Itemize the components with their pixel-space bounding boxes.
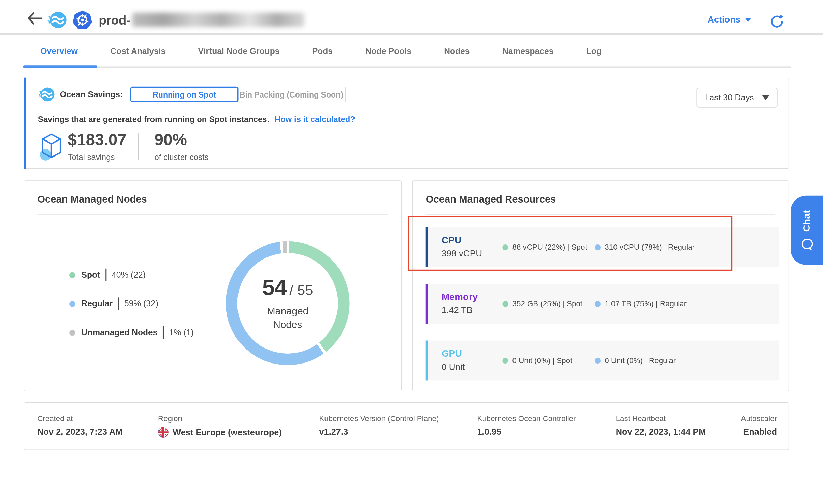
savings-toggle-group: Running on Spot Bin Packing (Coming Soon…	[130, 87, 346, 102]
legend-item-spot: Spot 40% (22)	[69, 268, 194, 282]
regular-dot	[595, 357, 601, 363]
regular-dot	[595, 244, 601, 250]
info-value: Enabled	[743, 427, 777, 437]
resource-quantity: 1.42 TB	[442, 304, 502, 317]
info-value-text: West Europe (westeurope)	[173, 427, 282, 437]
period-dropdown[interactable]: Last 30 Days	[697, 88, 778, 107]
legend-dot-unmanaged	[69, 330, 75, 336]
managed-count: 54	[262, 275, 287, 300]
spot-dot	[502, 244, 508, 250]
total-savings-value: $183.07	[68, 131, 126, 149]
running-on-spot-toggle[interactable]: Running on Spot	[130, 87, 239, 102]
chat-button[interactable]: Chat	[791, 196, 823, 265]
ocean-savings-panel: Ocean Savings: Running on Spot Bin Packi…	[24, 78, 789, 169]
managed-nodes-title: Ocean Managed Nodes	[37, 194, 147, 205]
resource-row-gpu: GPU 0 Unit 0 Unit (0%) | Spot 0 Unit (0%…	[426, 340, 779, 380]
info-label: Last Heartbeat	[616, 414, 666, 423]
legend-name: Unmanaged Nodes	[81, 328, 157, 338]
total-savings-label: Total savings	[68, 153, 126, 162]
period-dropdown-value: Last 30 Days	[705, 93, 754, 102]
tab-overview[interactable]: Overview	[40, 46, 77, 56]
panel-divider	[426, 214, 776, 215]
resource-name: Memory	[442, 291, 502, 303]
stat-text: 352 GB (25%) | Spot	[512, 299, 582, 308]
savings-percent-label: of cluster costs	[154, 153, 208, 162]
tab-namespaces[interactable]: Namespaces	[502, 46, 554, 56]
info-value: v1.27.3	[319, 427, 348, 437]
cluster-info-bar: Created at Nov 2, 2023, 7:23 AM Region W…	[24, 402, 789, 450]
bin-packing-toggle[interactable]: Bin Packing (Coming Soon)	[237, 87, 346, 102]
nodes-legend: Spot 40% (22) Regular 59% (32) Unmanaged…	[69, 268, 194, 355]
active-tab-underline	[23, 65, 97, 68]
cluster-title: prod-	[99, 13, 130, 28]
legend-dot-regular	[69, 301, 75, 307]
resource-quantity: 398 vCPU	[442, 247, 502, 260]
resource-stat-regular: 0 Unit (0%) | Regular	[595, 356, 676, 365]
tabbar-border	[23, 66, 791, 68]
managed-nodes-panel: Ocean Managed Nodes Spot 40% (22) Regula…	[24, 180, 402, 391]
stat-text: 0 Unit (0%) | Regular	[605, 356, 676, 365]
info-label: Created at	[37, 414, 73, 423]
tab-virtual-node-groups[interactable]: Virtual Node Groups	[198, 46, 280, 56]
chat-bubble-icon	[800, 238, 813, 251]
resource-stat-spot: 0 Unit (0%) | Spot	[502, 356, 595, 365]
spot-dot	[502, 301, 508, 307]
tab-log[interactable]: Log	[586, 46, 602, 56]
info-value: 1.0.95	[477, 427, 501, 437]
chevron-down-icon	[762, 95, 769, 100]
info-value: Nov 2, 2023, 7:23 AM	[37, 427, 122, 437]
resource-stat-spot: 88 vCPU (22%) | Spot	[502, 243, 595, 251]
legend-dot-spot	[69, 272, 75, 278]
tab-node-pools[interactable]: Node Pools	[365, 46, 411, 56]
tab-cost-analysis[interactable]: Cost Analysis	[110, 46, 165, 56]
resource-stat-regular: 1.07 TB (75%) | Regular	[595, 299, 687, 308]
savings-cube-icon	[39, 132, 63, 162]
stat-text: 88 vCPU (22%) | Spot	[512, 243, 587, 251]
info-label: Kubernetes Version (Control Plane)	[319, 414, 439, 423]
managed-total: / 55	[289, 282, 313, 299]
actions-label: Actions	[708, 15, 740, 25]
header: prod- Actions	[0, 0, 823, 35]
legend-value: 40% (22)	[112, 270, 146, 280]
back-button[interactable]	[26, 11, 43, 26]
legend-item-unmanaged: Unmanaged Nodes 1% (1)	[69, 326, 194, 339]
resource-row-memory: Memory 1.42 TB 352 GB (25%) | Spot 1.07 …	[426, 284, 779, 324]
resource-row-cpu: CPU 398 vCPU 88 vCPU (22%) | Spot 310 vC…	[426, 227, 779, 267]
tab-pods[interactable]: Pods	[312, 46, 333, 56]
legend-name: Regular	[81, 299, 113, 309]
ocean-savings-icon	[38, 86, 55, 103]
how-calculated-link[interactable]: How is it calculated?	[275, 115, 355, 124]
ocean-logo-icon	[47, 10, 67, 30]
legend-separator	[163, 326, 164, 339]
spot-dot	[502, 357, 508, 363]
savings-accent-bar	[24, 78, 26, 169]
tab-nodes[interactable]: Nodes	[444, 46, 470, 56]
donut-center-text: 54 / 55 Managed Nodes	[226, 241, 350, 365]
managed-resources-panel: Ocean Managed Resources CPU 398 vCPU 88 …	[412, 180, 789, 391]
managed-nodes-donut: 54 / 55 Managed Nodes	[226, 241, 350, 365]
refresh-icon[interactable]	[769, 14, 784, 29]
savings-stats: $183.07 Total savings 90% of cluster cos…	[39, 131, 208, 162]
chevron-down-icon	[745, 18, 751, 22]
uk-flag-icon	[158, 427, 169, 438]
legend-value: 1% (1)	[169, 328, 194, 338]
stat-text: 1.07 TB (75%) | Regular	[605, 299, 687, 308]
savings-percent-value: 90%	[154, 131, 208, 149]
ocean-cluster-overview-page: prod- Actions Overview Cost Analysis Vir…	[0, 0, 823, 504]
tab-bar: Overview Cost Analysis Virtual Node Grou…	[0, 35, 823, 68]
resource-name: GPU	[442, 347, 502, 359]
savings-description: Savings that are generated from running …	[38, 115, 355, 124]
resource-quantity: 0 Unit	[442, 361, 502, 373]
actions-menu-button[interactable]: Actions	[708, 15, 751, 25]
info-label: Region	[158, 414, 182, 423]
regular-dot	[595, 301, 601, 307]
resource-name: CPU	[442, 234, 502, 246]
legend-name: Spot	[81, 270, 100, 280]
info-label: Kubernetes Ocean Controller	[477, 414, 576, 423]
resource-stat-regular: 310 vCPU (78%) | Regular	[595, 243, 695, 251]
legend-separator	[118, 297, 119, 310]
stats-divider	[138, 133, 139, 160]
kubernetes-logo-icon	[72, 10, 92, 30]
stat-text: 310 vCPU (78%) | Regular	[605, 243, 695, 251]
legend-separator	[105, 269, 106, 281]
